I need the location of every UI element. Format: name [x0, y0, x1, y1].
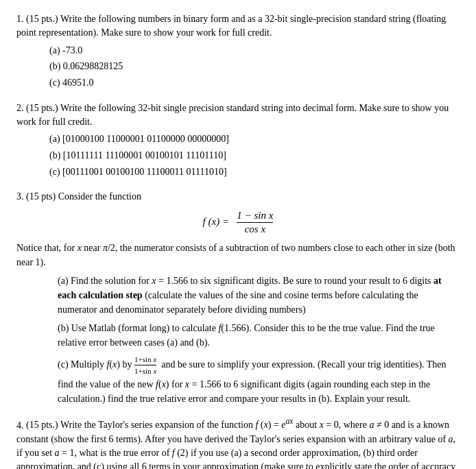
formula-fx: f (x) = — [203, 216, 229, 227]
document-content: 1. (15 pts.) Write the following numbers… — [16, 12, 460, 469]
problem-2-text: (15 pts.) Write the following 32-bit sin… — [16, 103, 449, 127]
problem-3-item-b: (b) Use Matlab (format long) to calculat… — [58, 321, 460, 350]
problem-3-notice: Notice that, for x near π/2, the numerat… — [16, 241, 460, 269]
problem-1-text: (15 pts.) Write the following numbers in… — [16, 14, 446, 38]
problem-3-number: 3. — [16, 191, 26, 202]
problem-1: 1. (15 pts.) Write the following numbers… — [16, 12, 460, 91]
problem-1-item-b: (b) 0.06298828125 — [49, 59, 460, 74]
problem-1-items: (a) -73.0 (b) 0.06298828125 (c) 46951.0 — [49, 43, 460, 91]
problem-3-subitems: (a) Find the solution for x = 1.566 to s… — [58, 274, 460, 406]
problem-3-text: (15 pts) Consider the function — [26, 191, 141, 202]
problem-2-item-b: (b) [10111111 11100001 00100101 11101110… — [49, 148, 460, 163]
problem-2-header: 2. (15 pts.) Write the following 32-bit … — [16, 101, 460, 130]
problem-1-item-c: (c) 46951.0 — [49, 75, 460, 91]
multiplier-num: 1+sin x — [134, 354, 156, 366]
problem-4-number: 4. — [16, 420, 26, 430]
problem-1-number: 1. — [16, 14, 26, 24]
formula-numerator: 1 − sin x — [237, 210, 273, 223]
problem-1-header: 1. (15 pts.) Write the following numbers… — [16, 12, 460, 40]
problem-3-header: 3. (15 pts) Consider the function — [16, 190, 460, 204]
multiplier-den: 1+sin x — [134, 365, 156, 377]
problem-4-text: (15 pts.) Write the Taylor's series expa… — [16, 420, 455, 469]
formula-denominator: cos x — [237, 223, 273, 235]
problem-3-formula: f (x) = 1 − sin x cos x — [16, 210, 460, 235]
problem-2-item-a: (a) [01000100 11000001 01100000 00000000… — [49, 132, 460, 147]
problem-2: 2. (15 pts.) Write the following 32-bit … — [16, 101, 460, 180]
problem-3-item-c: (c) Multiply f(x) by 1+sin x 1+sin x and… — [58, 354, 460, 406]
formula-fraction: 1 − sin x cos x — [237, 210, 273, 235]
problem-2-item-c: (c) [00111001 00100100 11100011 01111010… — [49, 165, 460, 180]
multiplier-fraction: 1+sin x 1+sin x — [134, 354, 156, 377]
problem-4-header: 4. (15 pts.) Write the Taylor's series e… — [16, 417, 460, 469]
problem-2-items: (a) [01000100 11000001 01100000 00000000… — [49, 132, 460, 179]
problem-1-item-a: (a) -73.0 — [49, 43, 460, 58]
problem-4: 4. (15 pts.) Write the Taylor's series e… — [16, 417, 460, 469]
problem-2-number: 2. — [16, 103, 26, 113]
problem-3: 3. (15 pts) Consider the function f (x) … — [16, 190, 460, 405]
problem-3-item-a: (a) Find the solution for x = 1.566 to s… — [58, 274, 460, 317]
